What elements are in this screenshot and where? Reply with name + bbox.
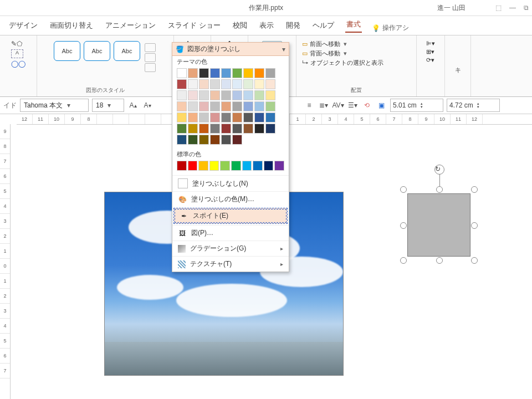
tab-animations[interactable]: アニメーション bbox=[104, 18, 157, 33]
color-swatch[interactable] bbox=[188, 101, 198, 111]
edit-shape-icon[interactable]: ✎⬠ bbox=[11, 40, 25, 48]
color-swatch[interactable] bbox=[254, 124, 264, 134]
columns-icon[interactable]: ☰▾ bbox=[347, 100, 358, 111]
color-swatch[interactable] bbox=[232, 124, 242, 134]
color-swatch[interactable] bbox=[265, 90, 275, 100]
eyedropper-item[interactable]: ✒ スポイト(E) bbox=[173, 208, 288, 224]
color-swatch[interactable] bbox=[264, 161, 274, 171]
color-swatch[interactable] bbox=[254, 112, 264, 122]
color-swatch[interactable] bbox=[199, 68, 209, 78]
group-button[interactable]: ⊞▾ bbox=[426, 48, 435, 55]
increase-font-icon[interactable]: A▴ bbox=[127, 100, 139, 111]
shape-styles-gallery[interactable]: Abc Abc Abc bbox=[52, 38, 159, 78]
color-swatch[interactable] bbox=[243, 101, 253, 111]
color-swatch[interactable] bbox=[254, 79, 264, 89]
color-swatch[interactable] bbox=[210, 101, 220, 111]
resize-handle-n[interactable] bbox=[436, 186, 443, 193]
rotate-button[interactable]: ⟳▾ bbox=[426, 57, 435, 64]
resize-handle-w[interactable] bbox=[400, 222, 407, 229]
color-swatch[interactable] bbox=[188, 79, 198, 89]
color-swatch[interactable] bbox=[177, 112, 187, 122]
color-swatch[interactable] bbox=[188, 161, 198, 171]
color-swatch[interactable] bbox=[198, 161, 208, 171]
color-swatch[interactable] bbox=[177, 68, 187, 78]
color-swatch[interactable] bbox=[177, 90, 187, 100]
shape-style-2[interactable]: Abc bbox=[84, 41, 110, 61]
more-fill-colors-item[interactable]: 🎨 塗りつぶしの色(M)… bbox=[172, 191, 289, 207]
selection-pane-button[interactable]: ⮡オブジェクトの選択と表示 bbox=[302, 59, 383, 67]
restore-button[interactable]: ⧉ bbox=[524, 4, 529, 12]
color-swatch[interactable] bbox=[265, 112, 275, 122]
color-swatch[interactable] bbox=[243, 124, 253, 134]
color-swatch[interactable] bbox=[188, 68, 198, 78]
color-swatch[interactable] bbox=[210, 90, 220, 100]
gradient-fill-item[interactable]: グラデーション(G) ▸ bbox=[172, 241, 289, 256]
color-swatch[interactable] bbox=[188, 112, 198, 122]
tab-help[interactable]: ヘルプ bbox=[311, 18, 335, 33]
color-swatch[interactable] bbox=[177, 79, 187, 89]
color-swatch[interactable] bbox=[265, 68, 275, 78]
color-swatch[interactable] bbox=[199, 135, 209, 145]
resize-handle-ne[interactable] bbox=[471, 186, 478, 193]
ribbon-options-icon[interactable]: ⬚ bbox=[495, 4, 502, 12]
color-swatch[interactable] bbox=[254, 68, 264, 78]
color-swatch[interactable] bbox=[210, 135, 220, 145]
color-swatch[interactable] bbox=[221, 79, 231, 89]
color-swatch[interactable] bbox=[199, 90, 209, 100]
bring-forward-button[interactable]: ▭前面へ移動▾ bbox=[302, 40, 383, 48]
color-swatch[interactable] bbox=[243, 79, 253, 89]
color-swatch[interactable] bbox=[188, 124, 198, 134]
merge-shapes-icon[interactable]: ◯◯ bbox=[11, 60, 25, 68]
clear-format-icon[interactable]: ⟲ bbox=[361, 100, 372, 111]
tab-slideshow[interactable]: スライド ショー bbox=[167, 18, 222, 33]
color-swatch[interactable] bbox=[199, 112, 209, 122]
tell-me[interactable]: 💡 操作アシ bbox=[372, 23, 409, 33]
bullets-icon[interactable]: ≣▾ bbox=[318, 100, 329, 111]
color-swatch[interactable] bbox=[232, 101, 242, 111]
color-swatch[interactable] bbox=[265, 79, 275, 89]
color-swatch[interactable] bbox=[243, 112, 253, 122]
line-spacing-icon[interactable]: AV▾ bbox=[332, 100, 344, 111]
shape-fill-button[interactable]: 🪣 図形の塗りつぶし ▾ bbox=[172, 42, 289, 56]
color-swatch[interactable] bbox=[265, 124, 275, 134]
color-swatch[interactable] bbox=[254, 90, 264, 100]
color-swatch[interactable] bbox=[210, 68, 220, 78]
color-swatch[interactable] bbox=[242, 161, 252, 171]
decrease-font-icon[interactable]: A▾ bbox=[142, 100, 153, 111]
color-swatch[interactable] bbox=[232, 68, 242, 78]
tab-developer[interactable]: 開発 bbox=[285, 18, 301, 33]
shape-style-1[interactable]: Abc bbox=[54, 41, 80, 61]
send-backward-button[interactable]: ▭背面へ移動▾ bbox=[302, 49, 383, 58]
color-swatch[interactable] bbox=[221, 124, 231, 134]
color-swatch[interactable] bbox=[243, 68, 253, 78]
color-swatch[interactable] bbox=[221, 101, 231, 111]
font-selector[interactable]: Tahoma 本文▾ bbox=[20, 99, 89, 112]
tab-format[interactable]: 書式 bbox=[345, 17, 362, 33]
color-swatch[interactable] bbox=[177, 161, 187, 171]
color-swatch[interactable] bbox=[220, 161, 230, 171]
color-swatch[interactable] bbox=[221, 90, 231, 100]
color-swatch[interactable] bbox=[232, 112, 242, 122]
color-swatch[interactable] bbox=[221, 68, 231, 78]
width-input[interactable]: 4.72 cm▲▼ bbox=[447, 99, 500, 112]
color-swatch[interactable] bbox=[231, 161, 241, 171]
color-swatch[interactable] bbox=[274, 161, 284, 171]
crop-icon[interactable]: ▣ bbox=[376, 100, 387, 111]
color-swatch[interactable] bbox=[221, 135, 231, 145]
color-swatch[interactable] bbox=[232, 90, 242, 100]
selected-rectangle-shape[interactable]: ↻ bbox=[403, 189, 475, 261]
text-box-icon[interactable]: A bbox=[11, 49, 23, 58]
tab-design[interactable]: デザイン bbox=[8, 18, 39, 33]
height-input[interactable]: 5.01 cm▲▼ bbox=[390, 99, 443, 112]
resize-handle-se[interactable] bbox=[471, 257, 478, 264]
rotation-handle[interactable]: ↻ bbox=[434, 165, 444, 175]
tab-transitions[interactable]: 画面切り替え bbox=[49, 18, 94, 33]
color-swatch[interactable] bbox=[188, 90, 198, 100]
color-swatch[interactable] bbox=[199, 101, 209, 111]
color-swatch[interactable] bbox=[210, 124, 220, 134]
shape-style-3[interactable]: Abc bbox=[114, 41, 140, 61]
resize-handle-nw[interactable] bbox=[400, 186, 407, 193]
color-swatch[interactable] bbox=[199, 124, 209, 134]
color-swatch[interactable] bbox=[177, 124, 187, 134]
color-swatch[interactable] bbox=[210, 112, 220, 122]
